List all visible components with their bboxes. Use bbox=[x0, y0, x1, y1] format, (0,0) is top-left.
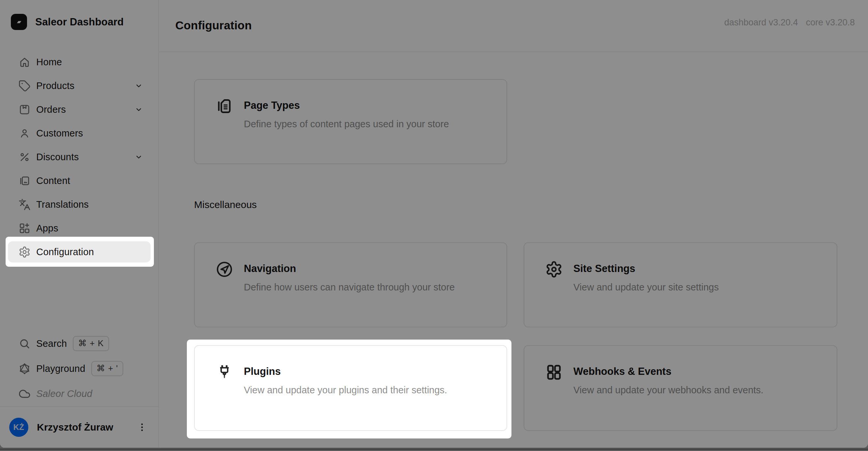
kebab-menu-icon[interactable] bbox=[134, 419, 150, 435]
sidebar-item-label: Orders bbox=[36, 104, 66, 115]
navigation-icon bbox=[215, 260, 234, 279]
sidebar-nav: Home Products Orders bbox=[8, 52, 151, 265]
chevron-down-icon bbox=[134, 152, 143, 161]
sidebar-item-label: Customers bbox=[36, 128, 83, 139]
version-info: dashboard v3.20.4 core v3.20.8 bbox=[724, 18, 855, 28]
card-title: Webhooks & Events bbox=[574, 366, 671, 378]
sidebar-item-translations[interactable]: Translations bbox=[8, 194, 151, 215]
section-heading-miscellaneous: Miscellaneous bbox=[194, 199, 257, 210]
media-folder-icon bbox=[19, 175, 31, 187]
sidebar-item-label: Content bbox=[36, 175, 70, 186]
avatar: KŻ bbox=[9, 418, 28, 437]
main-area: Configuration dashboard v3.20.4 core v3.… bbox=[159, 0, 868, 448]
dashboard-version: dashboard v3.20.4 bbox=[724, 18, 798, 28]
sidebar-item-label: Discounts bbox=[36, 152, 79, 162]
package-icon bbox=[19, 103, 31, 116]
card-title: Plugins bbox=[244, 366, 281, 378]
chevron-down-icon bbox=[134, 81, 143, 90]
languages-icon bbox=[19, 199, 31, 211]
card-description: Define how users can navigate through yo… bbox=[244, 282, 455, 293]
sidebar-item-configuration[interactable]: Configuration bbox=[8, 241, 151, 263]
sidebar-item-label: Products bbox=[36, 81, 74, 91]
window-bottom-edge bbox=[0, 449, 868, 450]
saleor-dashboard-screenshot: { "app": { "brand": "Saleor Dashboard" }… bbox=[0, 0, 868, 451]
card-description: View and update your site settings bbox=[574, 282, 719, 293]
search-icon bbox=[19, 338, 31, 350]
tag-icon bbox=[19, 80, 31, 92]
core-version: core v3.20.8 bbox=[806, 18, 855, 28]
card-webhooks-events[interactable]: Webhooks & Events View and update your w… bbox=[524, 345, 837, 431]
card-title: Navigation bbox=[244, 263, 296, 275]
sidebar-item-content[interactable]: Content bbox=[8, 170, 151, 191]
page-types-icon bbox=[215, 96, 234, 116]
chevron-down-icon bbox=[134, 105, 143, 114]
tool-label: Playground bbox=[36, 363, 85, 374]
card-description: View and update your plugins and their s… bbox=[244, 385, 447, 396]
saleor-cloud-link[interactable]: Saleor Cloud bbox=[8, 383, 151, 404]
percent-icon bbox=[19, 151, 31, 163]
grid-icon bbox=[544, 362, 564, 382]
person-icon bbox=[19, 127, 31, 140]
brand[interactable]: Saleor Dashboard bbox=[11, 14, 124, 30]
cloud-icon bbox=[19, 388, 31, 400]
sidebar-item-label: Translations bbox=[36, 199, 89, 210]
sidebar-item-customers[interactable]: Customers bbox=[8, 123, 151, 144]
tool-label: Saleor Cloud bbox=[36, 388, 92, 399]
user-menu[interactable]: KŻ Krzysztof Żuraw bbox=[0, 407, 158, 448]
card-description: Define types of content pages used in yo… bbox=[244, 119, 449, 129]
card-navigation[interactable]: Navigation Define how users can navigate… bbox=[194, 242, 507, 327]
card-description: View and update your webhooks and events… bbox=[574, 385, 764, 396]
search-button[interactable]: Search ⌘ + K bbox=[8, 333, 151, 354]
playground-shortcut-badge: ⌘ + ' bbox=[91, 361, 124, 376]
card-title: Page Types bbox=[244, 99, 300, 112]
gear-icon bbox=[544, 260, 564, 279]
page-title: Configuration bbox=[175, 19, 252, 32]
card-site-settings[interactable]: Site Settings View and update your site … bbox=[524, 242, 837, 327]
app-window: Saleor Dashboard Home Products bbox=[0, 0, 868, 448]
graphql-icon bbox=[19, 363, 31, 375]
sidebar: Saleor Dashboard Home Products bbox=[0, 0, 159, 448]
plug-icon bbox=[215, 362, 234, 382]
sidebar-item-home[interactable]: Home bbox=[8, 52, 151, 72]
brand-name: Saleor Dashboard bbox=[35, 16, 124, 28]
home-icon bbox=[19, 56, 31, 68]
sidebar-item-discounts[interactable]: Discounts bbox=[8, 146, 151, 168]
saleor-logo-icon bbox=[11, 14, 27, 30]
tool-label: Search bbox=[36, 338, 67, 349]
sidebar-item-label: Configuration bbox=[36, 247, 94, 258]
user-name: Krzysztof Żuraw bbox=[37, 422, 113, 433]
card-title: Site Settings bbox=[574, 263, 636, 275]
sidebar-item-label: Home bbox=[36, 57, 62, 68]
sidebar-item-orders[interactable]: Orders bbox=[8, 99, 151, 120]
search-shortcut-badge: ⌘ + K bbox=[73, 336, 109, 351]
sidebar-item-label: Apps bbox=[36, 223, 58, 234]
sidebar-tools: Search ⌘ + K Playground ⌘ + ' Saleor Clo… bbox=[8, 333, 151, 408]
sidebar-item-products[interactable]: Products bbox=[8, 75, 151, 96]
sidebar-item-apps[interactable]: Apps bbox=[8, 218, 151, 239]
playground-button[interactable]: Playground ⌘ + ' bbox=[8, 358, 151, 379]
gear-icon bbox=[19, 246, 31, 258]
card-page-types[interactable]: Page Types Define types of content pages… bbox=[194, 79, 507, 164]
page-header: Configuration dashboard v3.20.4 core v3.… bbox=[159, 0, 868, 52]
grid-plus-icon bbox=[19, 222, 31, 234]
card-plugins[interactable]: Plugins View and update your plugins and… bbox=[194, 345, 507, 431]
